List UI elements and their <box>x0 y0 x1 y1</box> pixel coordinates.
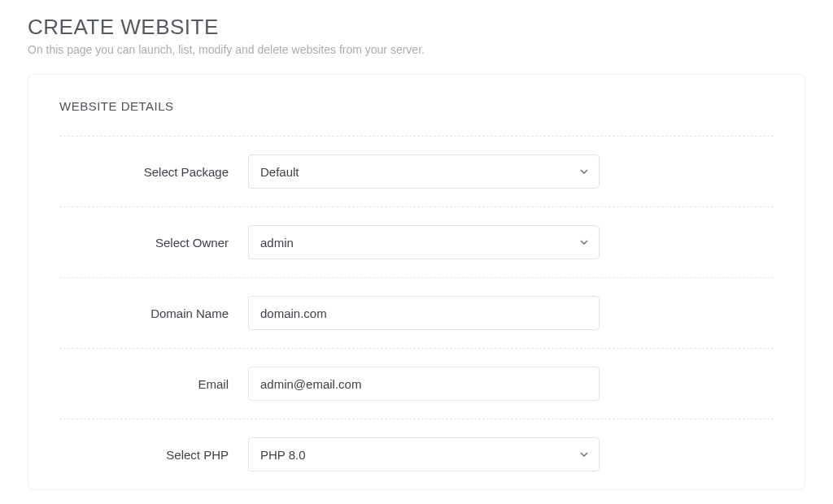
page-subtitle: On this page you can launch, list, modif… <box>28 43 805 56</box>
label-select-php: Select PHP <box>59 448 248 462</box>
select-owner[interactable]: admin <box>248 225 600 259</box>
row-select-owner: Select Owner admin <box>59 206 774 277</box>
panel-heading: WEBSITE DETAILS <box>59 99 774 113</box>
row-select-package: Select Package Default <box>59 136 774 206</box>
select-package-wrap: Default <box>248 154 600 189</box>
domain-name-input[interactable] <box>248 296 600 330</box>
select-php-wrap: PHP 8.0 <box>248 437 600 471</box>
row-email: Email <box>59 348 774 419</box>
label-select-owner: Select Owner <box>59 236 248 250</box>
select-owner-wrap: admin <box>248 225 600 259</box>
select-package[interactable]: Default <box>248 154 600 189</box>
details-card: WEBSITE DETAILS Select Package Default S… <box>28 74 805 490</box>
row-select-php: Select PHP PHP 8.0 <box>59 419 774 489</box>
page-container: CREATE WEBSITE On this page you can laun… <box>0 0 833 490</box>
page-title: CREATE WEBSITE <box>28 15 805 40</box>
label-select-package: Select Package <box>59 165 248 179</box>
domain-input-wrap <box>248 296 600 330</box>
email-input-wrap <box>248 367 600 401</box>
row-domain-name: Domain Name <box>59 277 774 348</box>
select-php[interactable]: PHP 8.0 <box>248 437 600 471</box>
label-email: Email <box>59 377 248 391</box>
label-domain-name: Domain Name <box>59 306 248 320</box>
email-input[interactable] <box>248 367 600 401</box>
